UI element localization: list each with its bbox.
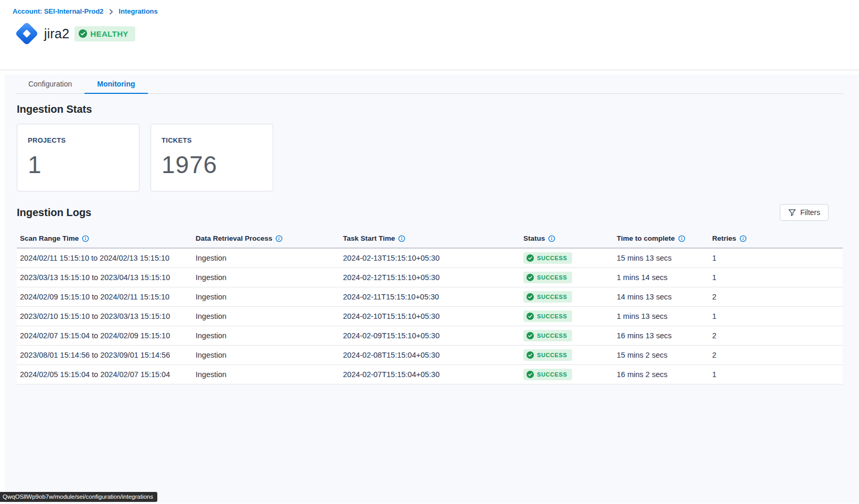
check-circle-icon [527,254,534,262]
time-to-complete-cell: 14 mins 13 secs [614,287,709,306]
status-badge-label: SUCCESS [537,274,567,281]
data-retrieval-process-cell: Ingestion [192,345,340,364]
stat-card-label: PROJECTS [28,136,128,144]
scan-range-cell: 2024/02/09 15:15:10 to 2024/02/11 15:15:… [17,287,192,306]
status-cell: SUCCESS [520,248,614,267]
health-status-badge: HEALTHY [74,26,135,41]
info-icon[interactable] [275,235,283,242]
status-badge: SUCCESS [523,330,572,341]
stat-card-tickets: TICKETS 1976 [151,124,273,191]
data-retrieval-process-cell: Ingestion [192,326,340,345]
info-icon[interactable] [82,235,89,242]
data-retrieval-process-cell: Ingestion [192,306,340,326]
check-circle-icon [527,332,534,339]
column-header-scan-range: Scan Range Time [17,234,192,248]
health-badge-label: HEALTHY [90,29,128,38]
tab-monitoring[interactable]: Monitoring [84,74,147,94]
status-badge: SUCCESS [523,252,572,264]
table-row: 2023/03/13 15:15:10 to 2023/04/13 15:15:… [17,267,843,287]
task-start-time-cell: 2024-02-11T15:15:10+05:30 [340,287,520,306]
status-cell: SUCCESS [520,287,614,306]
table-row: 2024/02/05 15:15:04 to 2024/02/07 15:15:… [17,364,843,384]
check-circle-icon [79,29,87,38]
task-start-time-cell: 2024-02-07T15:15:04+05:30 [340,364,520,384]
tab-bar: Configuration Monitoring [16,74,843,94]
retries-cell: 2 [709,326,843,345]
retries-cell: 2 [709,287,843,306]
status-badge: SUCCESS [523,291,572,303]
content-area: Configuration Monitoring Ingestion Stats… [5,74,859,503]
status-badge: SUCCESS [523,349,572,361]
column-header-retries: Retries [709,234,843,248]
status-cell: SUCCESS [520,267,614,287]
stat-card-projects: PROJECTS 1 [17,124,139,191]
info-icon[interactable] [739,235,747,242]
table-row: 2024/02/07 15:15:04 to 2024/02/09 15:15:… [17,326,843,345]
time-to-complete-cell: 16 mins 2 secs [614,364,709,384]
retries-cell: 1 [709,267,843,287]
data-retrieval-process-cell: Ingestion [192,248,340,267]
logs-table-body: 2024/02/11 15:15:10 to 2024/02/13 15:15:… [17,248,843,384]
time-to-complete-cell: 1 mins 13 secs [614,306,709,326]
breadcrumb: Account: SEI-Internal-Prod2 Integrations [13,7,859,15]
column-header-process: Data Retrieval Process [192,234,340,248]
ingestion-logs-header-row: Ingestion Logs Filters [17,204,829,221]
stat-cards: PROJECTS 1 TICKETS 1976 [17,124,859,191]
time-to-complete-cell: 16 mins 13 secs [614,326,709,345]
status-badge-label: SUCCESS [537,352,567,358]
breadcrumb-integrations-link[interactable]: Integrations [119,7,157,15]
scan-range-cell: 2023/03/13 15:15:10 to 2023/04/13 15:15:… [17,267,192,287]
jira-logo-icon [13,20,41,47]
time-to-complete-cell: 15 mins 13 secs [614,248,709,267]
data-retrieval-process-cell: Ingestion [192,287,340,306]
check-circle-icon [527,351,534,359]
status-badge: SUCCESS [523,272,572,283]
status-badge-label: SUCCESS [537,294,567,300]
integration-title: jira2 [44,26,69,41]
ingestion-logs-heading: Ingestion Logs [17,207,91,219]
column-header-status: Status [520,234,614,248]
filter-icon [788,209,796,217]
chevron-right-icon [108,9,114,15]
table-row: 2024/02/11 15:15:10 to 2024/02/13 15:15:… [17,248,843,267]
status-badge: SUCCESS [523,310,572,322]
scan-range-cell: 2023/08/01 15:14:56 to 2023/09/01 15:14:… [17,345,192,364]
task-start-time-cell: 2024-02-10T15:15:10+05:30 [340,306,520,326]
stat-card-value: 1976 [162,151,262,179]
table-row: 2023/02/10 15:15:10 to 2023/03/13 15:15:… [17,306,843,326]
column-header-time-to-complete: Time to complete [614,234,709,248]
status-cell: SUCCESS [520,345,614,364]
stat-card-value: 1 [28,151,128,179]
status-badge: SUCCESS [523,369,572,380]
status-cell: SUCCESS [520,306,614,326]
status-badge-label: SUCCESS [537,255,567,261]
info-icon[interactable] [548,235,555,242]
table-row: 2024/02/09 15:15:10 to 2024/02/11 15:15:… [17,287,843,306]
filters-button[interactable]: Filters [780,204,829,221]
status-cell: SUCCESS [520,326,614,345]
check-circle-icon [527,274,534,281]
breadcrumb-account-link[interactable]: Account: SEI-Internal-Prod2 [13,7,103,15]
ingestion-stats-heading: Ingestion Stats [17,103,859,115]
info-icon[interactable] [678,235,685,242]
table-row: 2023/08/01 15:14:56 to 2023/09/01 15:14:… [17,345,843,364]
filters-button-label: Filters [800,208,820,217]
status-badge-label: SUCCESS [537,333,567,339]
status-badge-label: SUCCESS [537,313,567,319]
page-header: Account: SEI-Internal-Prod2 Integrations [0,0,859,70]
ingestion-logs-table: Scan Range Time Data Retrieval Process T… [17,234,843,384]
time-to-complete-cell: 1 mins 14 secs [614,267,709,287]
data-retrieval-process-cell: Ingestion [192,267,340,287]
task-start-time-cell: 2024-02-13T15:15:10+05:30 [340,248,520,267]
header-gap [0,70,859,74]
retries-cell: 2 [709,345,843,364]
tab-configuration[interactable]: Configuration [16,74,84,93]
retries-cell: 1 [709,364,843,384]
column-header-task-start: Task Start Time [340,234,520,248]
scan-range-cell: 2023/02/10 15:15:10 to 2023/03/13 15:15:… [17,306,192,326]
status-badge-label: SUCCESS [537,371,567,378]
info-icon[interactable] [398,235,405,242]
status-cell: SUCCESS [520,364,614,384]
task-start-time-cell: 2024-02-12T15:15:10+05:30 [340,267,520,287]
logs-table-header: Scan Range Time Data Retrieval Process T… [17,234,843,248]
